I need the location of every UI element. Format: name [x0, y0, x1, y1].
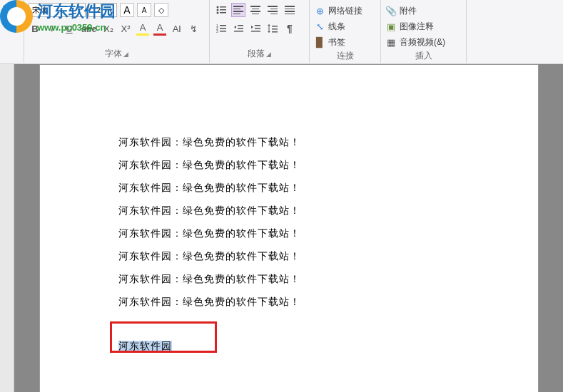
align-left-icon [233, 6, 243, 14]
number-list-icon: 123 [216, 24, 226, 33]
dialog-launcher-icon[interactable]: ◢ [266, 51, 271, 58]
font-name-dropdown[interactable]: 宋体 ▼ [29, 3, 86, 17]
indent-icon [250, 24, 260, 33]
underline-button[interactable]: U [63, 21, 76, 36]
paragraph-line[interactable]: 河东软件园：绿色免费的软件下载站！ [118, 205, 460, 217]
paragraph-line[interactable]: 河东软件园：绿色免费的软件下载站！ [118, 273, 460, 286]
svg-rect-9 [220, 28, 226, 29]
decrease-font-button[interactable]: A [137, 3, 151, 17]
image-icon: ▣ [385, 21, 397, 32]
workspace: 河东软件园：绿色免费的软件下载站！ 河东软件园：绿色免费的软件下载站！ 河东软件… [0, 64, 563, 392]
clear-format-button[interactable]: ◇ [154, 3, 168, 17]
paragraph-line[interactable]: 河东软件园：绿色免费的软件下载站！ [118, 136, 460, 149]
svg-point-2 [217, 9, 219, 11]
align-right-icon [268, 6, 278, 14]
ribbon-toolbar: eflow diting 宋体 ▼ 12 ▼ A A [0, 0, 563, 64]
italic-button[interactable]: I [46, 21, 59, 36]
vertical-ruler[interactable] [0, 64, 14, 392]
subscript-button[interactable]: X₂ [102, 21, 115, 36]
bookmark-icon: ▉ [314, 36, 325, 48]
line-icon: ⤡ [314, 21, 325, 32]
font-size-value: 12 [92, 6, 101, 14]
group-label-insert: 插入 [385, 50, 462, 65]
film-icon: ▦ [385, 36, 397, 48]
paragraph-line[interactable]: 河东软件园：绿色免费的软件下载站！ [118, 296, 460, 309]
paragraph-line[interactable]: 河东软件园：绿色免费的软件下载站！ [118, 159, 460, 172]
bullet-list-icon [216, 5, 226, 15]
edit-flow-label: eflow [3, 3, 22, 11]
svg-rect-3 [220, 9, 226, 11]
document-page[interactable]: 河东软件园：绿色免费的软件下载站！ 河东软件园：绿色免费的软件下载站！ 河东软件… [39, 64, 539, 392]
align-justify-button[interactable] [283, 3, 297, 17]
image-annotation-button[interactable]: ▣ 图像注释 [385, 19, 462, 34]
line-button[interactable]: ⤡ 线条 [314, 19, 376, 34]
line-spacing-icon [268, 24, 278, 33]
bullet-list-button[interactable] [214, 3, 228, 17]
group-label-paragraph: 段落◢ [214, 48, 305, 63]
document-scroll-area[interactable]: 河东软件园：绿色免费的软件下载站！ 河东软件园：绿色免费的软件下载站！ 河东软件… [14, 64, 563, 392]
ribbon-group-paragraph: 123 ¶ 段落◢ [210, 0, 310, 63]
font-name-value: 宋体 [32, 5, 48, 16]
svg-rect-5 [220, 12, 226, 14]
font-color-button[interactable]: A [153, 21, 166, 36]
paragraph-line[interactable]: 河东软件园：绿色免费的软件下载站！ [118, 227, 460, 240]
bold-button[interactable]: B [29, 21, 41, 36]
decrease-indent-button[interactable] [231, 21, 245, 36]
group-label-font: 字体◢ [29, 48, 205, 63]
svg-rect-7 [220, 25, 226, 26]
show-marks-button[interactable]: ¶ [283, 21, 297, 36]
ribbon-group-links: ⊕ 网络链接 ⤡ 线条 ▉ 书签 连接 [310, 0, 381, 63]
chevron-down-icon: ▼ [108, 7, 113, 14]
svg-point-0 [217, 6, 219, 9]
superscript-button[interactable]: X² [119, 21, 132, 36]
audio-video-button[interactable]: ▦ 音频视频(&) [385, 34, 462, 50]
svg-rect-11 [220, 31, 226, 32]
svg-rect-21 [272, 31, 278, 33]
red-annotation-box [110, 321, 217, 353]
svg-rect-19 [272, 26, 278, 27]
align-center-icon [250, 6, 260, 14]
attachment-button[interactable]: 📎 附件 [385, 3, 462, 19]
increase-font-button[interactable]: A [120, 3, 134, 17]
outdent-icon [233, 24, 243, 33]
chevron-down-icon: ▼ [76, 7, 82, 14]
eraser-icon: ◇ [158, 6, 164, 15]
svg-rect-14 [234, 31, 243, 32]
dialog-launcher-icon[interactable]: ◢ [123, 51, 128, 58]
globe-link-icon: ⊕ [314, 5, 325, 16]
svg-rect-20 [272, 29, 278, 30]
align-justify-icon [285, 6, 295, 14]
bookmark-button[interactable]: ▉ 书签 [314, 34, 376, 50]
svg-rect-1 [220, 6, 226, 8]
svg-rect-12 [238, 25, 243, 26]
svg-text:3: 3 [216, 29, 218, 33]
ribbon-group-edit: eflow diting [1, 0, 24, 63]
hyperlink-button[interactable]: ⊕ 网络链接 [314, 3, 376, 19]
number-list-button[interactable]: 123 [214, 21, 228, 36]
align-center-button[interactable] [248, 3, 263, 17]
line-spacing-button[interactable] [265, 21, 280, 36]
svg-point-4 [217, 12, 219, 14]
asian-layout-button[interactable]: AⅠ [171, 21, 183, 36]
svg-rect-17 [251, 31, 260, 32]
ribbon-group-insert: 📎 附件 ▣ 图像注释 ▦ 音频视频(&) 插入 [381, 0, 467, 63]
increase-indent-button[interactable] [248, 21, 263, 36]
svg-rect-13 [238, 28, 243, 29]
align-right-button[interactable] [265, 3, 280, 17]
align-left-button[interactable] [231, 3, 245, 17]
strikethrough-button[interactable]: abc [80, 21, 98, 36]
svg-rect-18 [269, 26, 270, 31]
ribbon-group-font: 宋体 ▼ 12 ▼ A A ◇ B I U [24, 0, 210, 63]
paperclip-icon: 📎 [385, 5, 397, 16]
svg-rect-15 [255, 25, 260, 26]
paragraph-line[interactable]: 河东软件园：绿色免费的软件下载站！ [118, 250, 460, 263]
svg-rect-16 [255, 28, 260, 29]
broom-icon: ↯ [190, 24, 198, 34]
group-label-links: 连接 [314, 50, 376, 65]
highlight-color-button[interactable]: A [136, 21, 149, 36]
edit-diting-label: diting [3, 14, 22, 21]
font-size-dropdown[interactable]: 12 ▼ [88, 3, 117, 17]
paragraph-line[interactable]: 河东软件园：绿色免费的软件下载站！ [118, 182, 460, 195]
clear-button[interactable]: ↯ [188, 21, 201, 36]
